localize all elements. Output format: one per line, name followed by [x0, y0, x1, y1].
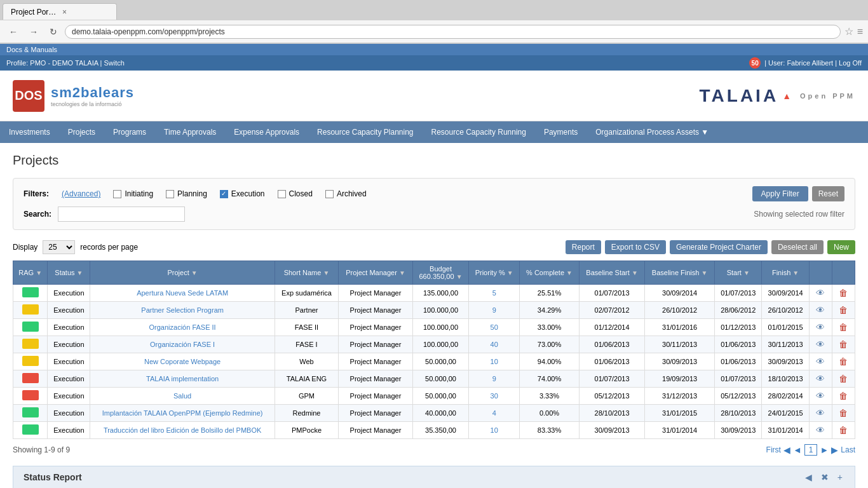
- prev-page-button2[interactable]: ◄: [793, 445, 802, 455]
- col-baseline-finish[interactable]: Baseline Finish ▼: [645, 261, 715, 285]
- filter-archived[interactable]: Archived: [325, 189, 367, 198]
- project-cell[interactable]: Traducción del libro Edición de Bolsillo…: [90, 422, 275, 439]
- forward-button[interactable]: →: [25, 25, 42, 38]
- delete-icon-cell[interactable]: 🗑: [832, 353, 855, 370]
- delete-icon-cell[interactable]: 🗑: [832, 388, 855, 405]
- view-icon-cell[interactable]: 👁: [809, 405, 832, 422]
- browser-tab[interactable]: Project Portfolio Manage ×: [3, 3, 117, 20]
- view-icon-cell[interactable]: 👁: [809, 422, 832, 439]
- prev-page-button[interactable]: ◀: [783, 445, 790, 455]
- nav-projects[interactable]: Projects: [59, 121, 104, 143]
- col-short-name[interactable]: Short Name ▼: [275, 261, 338, 285]
- archived-checkbox[interactable]: [325, 190, 334, 198]
- delete-button[interactable]: 🗑: [837, 356, 850, 367]
- advanced-filter-link[interactable]: (Advanced): [62, 189, 100, 198]
- back-button[interactable]: ←: [5, 25, 22, 38]
- delete-button[interactable]: 🗑: [837, 322, 850, 333]
- priority-cell[interactable]: 9: [469, 302, 520, 319]
- last-page-link[interactable]: Last: [841, 445, 855, 454]
- delete-icon-cell[interactable]: 🗑: [832, 405, 855, 422]
- col-priority[interactable]: Priority % ▼: [469, 261, 520, 285]
- view-button[interactable]: 👁: [814, 407, 827, 419]
- view-button[interactable]: 👁: [814, 322, 827, 333]
- priority-cell[interactable]: 40: [469, 336, 520, 353]
- project-cell[interactable]: Organización FASE I: [90, 336, 275, 353]
- closed-checkbox[interactable]: [278, 190, 286, 198]
- report-button[interactable]: Report: [566, 240, 601, 254]
- view-icon-cell[interactable]: 👁: [809, 285, 832, 302]
- address-bar[interactable]: [65, 25, 841, 39]
- nav-expense-approvals[interactable]: Expense Approvals: [225, 121, 308, 143]
- delete-button[interactable]: 🗑: [837, 424, 850, 436]
- next-page-button[interactable]: ►: [820, 445, 829, 455]
- view-icon-cell[interactable]: 👁: [809, 388, 832, 405]
- view-button[interactable]: 👁: [814, 373, 827, 384]
- priority-cell[interactable]: 50: [469, 319, 520, 336]
- project-cell[interactable]: Salud: [90, 388, 275, 405]
- delete-icon-cell[interactable]: 🗑: [832, 370, 855, 388]
- delete-button[interactable]: 🗑: [837, 287, 850, 299]
- status-prev-icon[interactable]: ◀: [803, 471, 814, 483]
- project-cell[interactable]: TALAIA implementation: [90, 370, 275, 388]
- col-complete[interactable]: % Complete ▼: [520, 261, 580, 285]
- first-page-link[interactable]: First: [766, 445, 781, 454]
- nav-programs[interactable]: Programs: [104, 121, 155, 143]
- view-button[interactable]: 👁: [814, 339, 827, 350]
- col-baseline-start[interactable]: Baseline Start ▼: [579, 261, 644, 285]
- status-csv-icon[interactable]: ✖: [819, 471, 831, 483]
- apply-filter-button[interactable]: Apply Filter: [752, 186, 808, 201]
- nav-payments[interactable]: Payments: [535, 121, 587, 143]
- nav-resource-capacity-running[interactable]: Resource Capacity Running: [423, 121, 535, 143]
- delete-icon-cell[interactable]: 🗑: [832, 285, 855, 302]
- priority-cell[interactable]: 10: [469, 422, 520, 439]
- project-cell[interactable]: Partner Selection Program: [90, 302, 275, 319]
- delete-icon-cell[interactable]: 🗑: [832, 336, 855, 353]
- delete-button[interactable]: 🗑: [837, 304, 850, 316]
- initiating-checkbox[interactable]: [113, 190, 121, 198]
- view-button[interactable]: 👁: [814, 287, 827, 299]
- delete-button[interactable]: 🗑: [837, 390, 850, 402]
- view-icon-cell[interactable]: 👁: [809, 336, 832, 353]
- delete-icon-cell[interactable]: 🗑: [832, 422, 855, 439]
- status-add-icon[interactable]: +: [836, 471, 844, 483]
- delete-icon-cell[interactable]: 🗑: [832, 319, 855, 336]
- next-page-button2[interactable]: ▶: [831, 445, 838, 455]
- col-finish[interactable]: Finish ▼: [762, 261, 809, 285]
- delete-icon-cell[interactable]: 🗑: [832, 302, 855, 319]
- filter-execution[interactable]: Execution: [220, 189, 265, 198]
- new-project-button[interactable]: New: [827, 240, 855, 254]
- tab-close-icon[interactable]: ×: [62, 8, 109, 17]
- delete-button[interactable]: 🗑: [837, 373, 850, 384]
- col-start[interactable]: Start ▼: [715, 261, 762, 285]
- docs-manuals-link[interactable]: Docs & Manuals: [6, 46, 57, 53]
- deselect-all-button[interactable]: Deselect all: [771, 240, 824, 254]
- per-page-select[interactable]: 25 50 100: [43, 240, 75, 254]
- search-input[interactable]: [58, 207, 185, 222]
- priority-cell[interactable]: 9: [469, 370, 520, 388]
- nav-resource-capacity-planning[interactable]: Resource Capacity Planning: [308, 121, 422, 143]
- priority-cell[interactable]: 30: [469, 388, 520, 405]
- notification-badge[interactable]: 50: [749, 57, 761, 69]
- nav-investments[interactable]: Investments: [0, 121, 59, 143]
- menu-icon[interactable]: ≡: [857, 26, 863, 37]
- planning-checkbox[interactable]: [166, 190, 174, 198]
- project-cell[interactable]: Apertura Nueva Sede LATAM: [90, 285, 275, 302]
- view-icon-cell[interactable]: 👁: [809, 370, 832, 388]
- refresh-button[interactable]: ↻: [46, 25, 61, 38]
- priority-cell[interactable]: 5: [469, 285, 520, 302]
- project-cell[interactable]: Implantación TALAIA OpenPPM (Ejemplo Red…: [90, 405, 275, 422]
- nav-time-approvals[interactable]: Time Approvals: [155, 121, 225, 143]
- execution-checkbox[interactable]: [220, 190, 228, 198]
- priority-cell[interactable]: 4: [469, 405, 520, 422]
- col-rag[interactable]: RAG ▼: [13, 261, 48, 285]
- filter-initiating[interactable]: Initiating: [113, 189, 153, 198]
- bookmark-icon[interactable]: ☆: [844, 25, 853, 37]
- filter-planning[interactable]: Planning: [166, 189, 207, 198]
- current-page[interactable]: 1: [804, 444, 818, 456]
- view-icon-cell[interactable]: 👁: [809, 319, 832, 336]
- col-budget[interactable]: Budget660.350,00 ▼: [412, 261, 469, 285]
- priority-cell[interactable]: 10: [469, 353, 520, 370]
- generate-charter-button[interactable]: Generate Project Charter: [670, 240, 768, 254]
- export-csv-button[interactable]: Export to CSV: [605, 240, 666, 254]
- reset-filter-button[interactable]: Reset: [812, 186, 844, 201]
